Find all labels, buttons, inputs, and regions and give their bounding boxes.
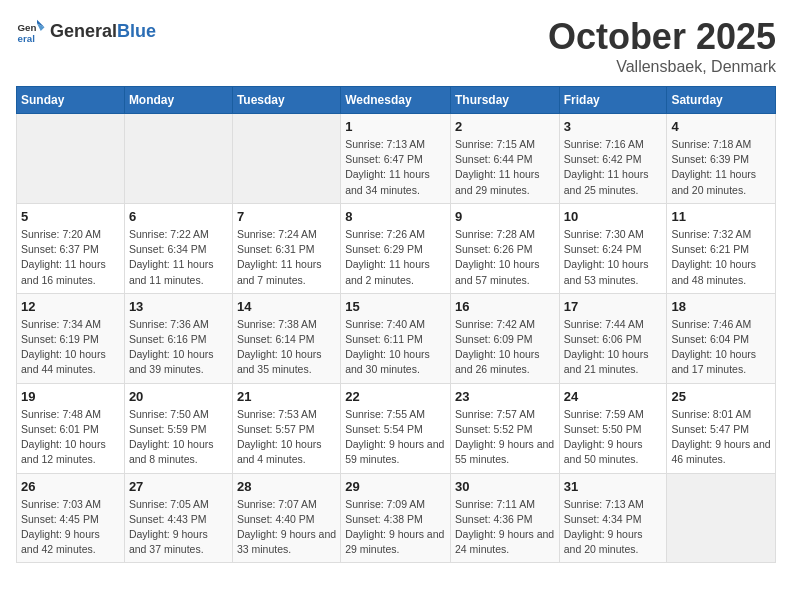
- day-info: Sunrise: 7:36 AMSunset: 6:16 PMDaylight:…: [129, 317, 228, 378]
- day-number: 30: [455, 479, 555, 494]
- weekday-header: Wednesday: [341, 87, 451, 114]
- day-number: 20: [129, 389, 228, 404]
- day-info: Sunrise: 7:28 AMSunset: 6:26 PMDaylight:…: [455, 227, 555, 288]
- day-info: Sunrise: 7:34 AMSunset: 6:19 PMDaylight:…: [21, 317, 120, 378]
- weekday-header: Friday: [559, 87, 667, 114]
- weekday-header: Thursday: [450, 87, 559, 114]
- day-number: 18: [671, 299, 771, 314]
- weekday-header: Sunday: [17, 87, 125, 114]
- calendar-cell: 2Sunrise: 7:15 AMSunset: 6:44 PMDaylight…: [450, 114, 559, 204]
- day-info: Sunrise: 7:55 AMSunset: 5:54 PMDaylight:…: [345, 407, 446, 468]
- calendar-cell: [17, 114, 125, 204]
- calendar-cell: 27Sunrise: 7:05 AMSunset: 4:43 PMDayligh…: [124, 473, 232, 563]
- calendar-cell: 21Sunrise: 7:53 AMSunset: 5:57 PMDayligh…: [232, 383, 340, 473]
- calendar-cell: 16Sunrise: 7:42 AMSunset: 6:09 PMDayligh…: [450, 293, 559, 383]
- day-info: Sunrise: 7:16 AMSunset: 6:42 PMDaylight:…: [564, 137, 663, 198]
- calendar-cell: 20Sunrise: 7:50 AMSunset: 5:59 PMDayligh…: [124, 383, 232, 473]
- day-info: Sunrise: 7:07 AMSunset: 4:40 PMDaylight:…: [237, 497, 336, 558]
- day-number: 22: [345, 389, 446, 404]
- day-number: 15: [345, 299, 446, 314]
- day-info: Sunrise: 7:13 AMSunset: 6:47 PMDaylight:…: [345, 137, 446, 198]
- calendar-cell: 7Sunrise: 7:24 AMSunset: 6:31 PMDaylight…: [232, 203, 340, 293]
- day-info: Sunrise: 7:46 AMSunset: 6:04 PMDaylight:…: [671, 317, 771, 378]
- day-info: Sunrise: 7:24 AMSunset: 6:31 PMDaylight:…: [237, 227, 336, 288]
- day-number: 14: [237, 299, 336, 314]
- day-number: 19: [21, 389, 120, 404]
- calendar-cell: 9Sunrise: 7:28 AMSunset: 6:26 PMDaylight…: [450, 203, 559, 293]
- calendar-cell: 30Sunrise: 7:11 AMSunset: 4:36 PMDayligh…: [450, 473, 559, 563]
- day-number: 1: [345, 119, 446, 134]
- day-info: Sunrise: 7:38 AMSunset: 6:14 PMDaylight:…: [237, 317, 336, 378]
- calendar-cell: 29Sunrise: 7:09 AMSunset: 4:38 PMDayligh…: [341, 473, 451, 563]
- calendar-cell: 26Sunrise: 7:03 AMSunset: 4:45 PMDayligh…: [17, 473, 125, 563]
- day-number: 6: [129, 209, 228, 224]
- day-info: Sunrise: 7:30 AMSunset: 6:24 PMDaylight:…: [564, 227, 663, 288]
- day-info: Sunrise: 7:22 AMSunset: 6:34 PMDaylight:…: [129, 227, 228, 288]
- calendar-cell: [124, 114, 232, 204]
- title-block: October 2025 Vallensbaek, Denmark: [548, 16, 776, 76]
- day-info: Sunrise: 7:26 AMSunset: 6:29 PMDaylight:…: [345, 227, 446, 288]
- logo-text-general: General: [50, 21, 117, 42]
- day-info: Sunrise: 7:40 AMSunset: 6:11 PMDaylight:…: [345, 317, 446, 378]
- day-info: Sunrise: 7:03 AMSunset: 4:45 PMDaylight:…: [21, 497, 120, 558]
- day-number: 11: [671, 209, 771, 224]
- day-info: Sunrise: 7:11 AMSunset: 4:36 PMDaylight:…: [455, 497, 555, 558]
- day-number: 27: [129, 479, 228, 494]
- calendar-cell: 31Sunrise: 7:13 AMSunset: 4:34 PMDayligh…: [559, 473, 667, 563]
- day-number: 29: [345, 479, 446, 494]
- day-number: 3: [564, 119, 663, 134]
- day-number: 9: [455, 209, 555, 224]
- logo: Gen eral General Blue: [16, 16, 156, 46]
- day-number: 17: [564, 299, 663, 314]
- day-info: Sunrise: 7:50 AMSunset: 5:59 PMDaylight:…: [129, 407, 228, 468]
- calendar-cell: 6Sunrise: 7:22 AMSunset: 6:34 PMDaylight…: [124, 203, 232, 293]
- calendar-row: 12Sunrise: 7:34 AMSunset: 6:19 PMDayligh…: [17, 293, 776, 383]
- day-info: Sunrise: 7:05 AMSunset: 4:43 PMDaylight:…: [129, 497, 228, 558]
- day-info: Sunrise: 7:48 AMSunset: 6:01 PMDaylight:…: [21, 407, 120, 468]
- day-number: 23: [455, 389, 555, 404]
- day-number: 8: [345, 209, 446, 224]
- day-info: Sunrise: 7:13 AMSunset: 4:34 PMDaylight:…: [564, 497, 663, 558]
- calendar-cell: 14Sunrise: 7:38 AMSunset: 6:14 PMDayligh…: [232, 293, 340, 383]
- day-info: Sunrise: 7:53 AMSunset: 5:57 PMDaylight:…: [237, 407, 336, 468]
- svg-text:Gen: Gen: [18, 22, 37, 33]
- calendar-cell: 11Sunrise: 7:32 AMSunset: 6:21 PMDayligh…: [667, 203, 776, 293]
- weekday-header: Tuesday: [232, 87, 340, 114]
- calendar-cell: 8Sunrise: 7:26 AMSunset: 6:29 PMDaylight…: [341, 203, 451, 293]
- calendar-row: 1Sunrise: 7:13 AMSunset: 6:47 PMDaylight…: [17, 114, 776, 204]
- day-info: Sunrise: 7:57 AMSunset: 5:52 PMDaylight:…: [455, 407, 555, 468]
- calendar-cell: [232, 114, 340, 204]
- day-number: 25: [671, 389, 771, 404]
- calendar-row: 19Sunrise: 7:48 AMSunset: 6:01 PMDayligh…: [17, 383, 776, 473]
- day-info: Sunrise: 7:20 AMSunset: 6:37 PMDaylight:…: [21, 227, 120, 288]
- day-number: 13: [129, 299, 228, 314]
- day-number: 28: [237, 479, 336, 494]
- calendar-cell: 17Sunrise: 7:44 AMSunset: 6:06 PMDayligh…: [559, 293, 667, 383]
- day-number: 31: [564, 479, 663, 494]
- calendar-cell: 3Sunrise: 7:16 AMSunset: 6:42 PMDaylight…: [559, 114, 667, 204]
- day-number: 21: [237, 389, 336, 404]
- calendar-cell: 10Sunrise: 7:30 AMSunset: 6:24 PMDayligh…: [559, 203, 667, 293]
- logo-icon: Gen eral: [16, 16, 46, 46]
- calendar-cell: 4Sunrise: 7:18 AMSunset: 6:39 PMDaylight…: [667, 114, 776, 204]
- day-number: 24: [564, 389, 663, 404]
- day-number: 16: [455, 299, 555, 314]
- calendar-cell: 13Sunrise: 7:36 AMSunset: 6:16 PMDayligh…: [124, 293, 232, 383]
- calendar-cell: 28Sunrise: 7:07 AMSunset: 4:40 PMDayligh…: [232, 473, 340, 563]
- page-header: Gen eral General Blue October 2025 Valle…: [16, 16, 776, 76]
- day-number: 12: [21, 299, 120, 314]
- day-number: 26: [21, 479, 120, 494]
- calendar-cell: 1Sunrise: 7:13 AMSunset: 6:47 PMDaylight…: [341, 114, 451, 204]
- calendar-row: 5Sunrise: 7:20 AMSunset: 6:37 PMDaylight…: [17, 203, 776, 293]
- calendar-cell: [667, 473, 776, 563]
- calendar-cell: 22Sunrise: 7:55 AMSunset: 5:54 PMDayligh…: [341, 383, 451, 473]
- calendar-cell: 25Sunrise: 8:01 AMSunset: 5:47 PMDayligh…: [667, 383, 776, 473]
- day-info: Sunrise: 7:32 AMSunset: 6:21 PMDaylight:…: [671, 227, 771, 288]
- day-info: Sunrise: 7:59 AMSunset: 5:50 PMDaylight:…: [564, 407, 663, 468]
- calendar-cell: 18Sunrise: 7:46 AMSunset: 6:04 PMDayligh…: [667, 293, 776, 383]
- day-info: Sunrise: 8:01 AMSunset: 5:47 PMDaylight:…: [671, 407, 771, 468]
- calendar-header-row: SundayMondayTuesdayWednesdayThursdayFrid…: [17, 87, 776, 114]
- calendar-cell: 15Sunrise: 7:40 AMSunset: 6:11 PMDayligh…: [341, 293, 451, 383]
- location-title: Vallensbaek, Denmark: [548, 58, 776, 76]
- day-number: 10: [564, 209, 663, 224]
